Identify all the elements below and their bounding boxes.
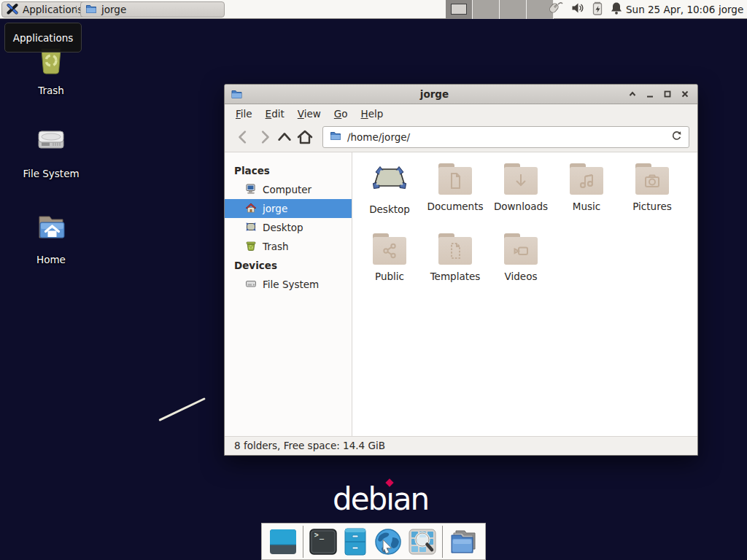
home-button[interactable] [295, 127, 315, 147]
window-folder-icon [231, 88, 243, 100]
sidebar-item-label: Trash [263, 241, 289, 252]
terminal-icon[interactable]: >_ [309, 527, 337, 556]
back-button[interactable] [233, 127, 254, 147]
toolbar: /home/jorge/ [225, 122, 697, 152]
file-label: Desktop [369, 203, 410, 215]
menu-go[interactable]: Go [328, 105, 355, 122]
share-glyph-icon [380, 241, 399, 260]
music-notes-icon [577, 171, 596, 190]
file-list: Desktop Documents Downloads [352, 152, 697, 436]
panel-username[interactable]: jorge [719, 0, 743, 19]
system-tray [547, 0, 622, 19]
menu-edit[interactable]: Edit [259, 105, 291, 122]
xorg-icon [7, 3, 18, 17]
folder-icon [372, 233, 407, 265]
location-bar[interactable]: /home/jorge/ [322, 126, 689, 148]
path-text[interactable]: /home/jorge/ [347, 131, 665, 143]
stray-line-artifact [158, 397, 205, 421]
dock-panel: >_ [261, 523, 486, 560]
file-item-music[interactable]: Music [554, 161, 619, 231]
workspace-3[interactable] [500, 0, 527, 19]
file-item-pictures[interactable]: Pictures [619, 161, 685, 231]
desktop-icon-home[interactable]: Home [11, 210, 91, 265]
panel-grip-handle[interactable] [75, 5, 78, 14]
folder-icon [503, 163, 538, 195]
workspace-switcher[interactable] [446, 0, 554, 19]
close-button[interactable] [678, 88, 692, 101]
sidebar-item-trash[interactable]: Trash [225, 237, 352, 256]
terminal-prompt-glyph: >_ [314, 531, 325, 539]
download-arrow-icon [511, 171, 530, 190]
notifications-bell-icon[interactable] [611, 1, 622, 18]
workspace-window-thumb [451, 4, 467, 15]
window-folder-icon [85, 3, 97, 17]
sidebar-item-label: File System [263, 279, 319, 290]
up-button[interactable] [274, 127, 295, 147]
home-folder-icon [34, 210, 69, 248]
file-label: Downloads [494, 201, 548, 212]
panel-clock[interactable]: Sun 25 Apr, 10:06 [626, 0, 715, 19]
taskbar-window-label: jorge [101, 4, 126, 15]
file-label: Pictures [632, 201, 671, 212]
web-browser-globe-icon[interactable] [374, 527, 403, 556]
desktop-icon-file-system[interactable]: File System [11, 124, 91, 179]
file-item-public[interactable]: Public [357, 231, 422, 301]
sidebar-item-desktop[interactable]: Desktop [225, 218, 352, 237]
applications-tooltip: Applications [4, 23, 82, 52]
sidebar-item-computer[interactable]: Computer [225, 180, 352, 199]
camera-glyph-icon [643, 171, 662, 190]
folder-icon [438, 233, 473, 265]
file-label: Videos [505, 271, 538, 282]
shade-button[interactable] [626, 88, 639, 101]
taskbar-window-button[interactable]: jorge [80, 1, 225, 18]
menu-bar: File Edit View Go Help [225, 104, 697, 122]
volume-icon[interactable] [571, 2, 584, 17]
file-manager-folder-icon[interactable] [449, 527, 478, 556]
home-icon [245, 202, 257, 216]
reload-icon[interactable] [671, 131, 682, 144]
sidebar-item-label: Desktop [263, 222, 303, 233]
maximize-button[interactable] [661, 88, 674, 101]
workspace-1[interactable] [446, 0, 473, 19]
trash-mini-icon [245, 240, 257, 254]
file-cabinet-icon[interactable] [343, 527, 368, 556]
mouse-settings-icon[interactable] [547, 1, 563, 18]
hard-drive-icon [34, 124, 69, 162]
menu-file[interactable]: File [229, 105, 259, 122]
show-desktop-icon[interactable] [269, 527, 297, 556]
document-glyph-icon [446, 171, 465, 190]
template-glyph-icon [446, 241, 465, 260]
sidebar-item-file-system[interactable]: File System [225, 275, 352, 294]
menu-help[interactable]: Help [355, 105, 390, 122]
file-label: Public [375, 271, 404, 282]
applications-menu-label: Applications [23, 4, 82, 15]
file-item-downloads[interactable]: Downloads [488, 161, 554, 231]
places-sidebar: Places Computer [225, 152, 352, 436]
file-item-documents[interactable]: Documents [422, 161, 488, 231]
folder-icon [503, 233, 538, 265]
debian-logo-text: an [393, 481, 428, 517]
file-label: Music [573, 201, 600, 212]
top-panel: Applications jorge [0, 0, 747, 19]
window-titlebar[interactable]: jorge [225, 85, 697, 104]
drive-mini-icon [245, 278, 257, 292]
window-title: jorge [243, 88, 626, 100]
file-item-videos[interactable]: Videos [488, 231, 554, 301]
menu-view[interactable]: View [291, 105, 328, 122]
workspace-2[interactable] [473, 0, 500, 19]
dock-separator [303, 526, 303, 558]
application-finder-icon[interactable] [409, 527, 436, 556]
file-item-desktop[interactable]: Desktop [357, 161, 422, 231]
minimize-button[interactable] [643, 88, 657, 101]
battery-icon[interactable] [592, 1, 603, 18]
sidebar-item-jorge[interactable]: jorge [225, 199, 352, 218]
status-bar: 8 folders, Free space: 14.4 GiB [225, 436, 697, 455]
desktop-icon-label: Home [36, 254, 66, 265]
desktop-icon-label: Trash [38, 85, 64, 96]
folder-icon [635, 163, 670, 195]
file-label: Templates [430, 271, 481, 282]
places-header: Places [225, 161, 352, 180]
debian-logo-text: deb [333, 481, 386, 517]
file-item-templates[interactable]: Templates [422, 231, 488, 301]
forward-button[interactable] [254, 127, 274, 147]
